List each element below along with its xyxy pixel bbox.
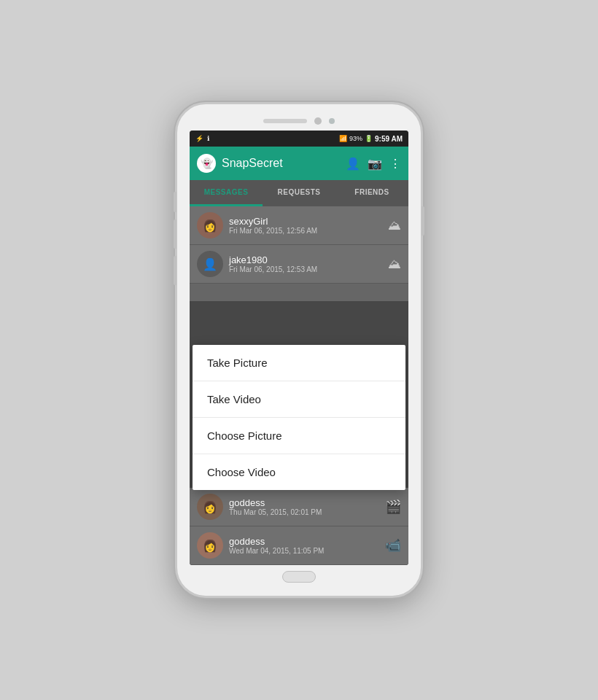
speaker: [263, 119, 307, 123]
battery-text: 93%: [349, 135, 362, 142]
avatar: 👩: [197, 494, 223, 520]
status-bar: ⚡ ℹ 📶 93% 🔋 9:59 AM: [190, 131, 408, 147]
usb-icon: ⚡: [195, 135, 203, 142]
status-left-icons: ⚡ ℹ: [195, 135, 209, 142]
video-icon: 🎬: [385, 499, 401, 515]
message-item-goddess2[interactable]: 👩 goddess Wed Mar 04, 2015, 11:05 PM 📹: [190, 526, 408, 565]
username: goddess: [229, 536, 379, 547]
media-icon: ⛰: [388, 257, 401, 272]
msg-date: Thu Mar 05, 2015, 02:01 PM: [229, 508, 379, 516]
phone-screen: ⚡ ℹ 📶 93% 🔋 9:59 AM 👻 SnapSecret 👤 📷 ⋮: [190, 131, 408, 565]
msg-info: goddess Wed Mar 04, 2015, 11:05 PM: [229, 536, 379, 555]
sensor: [329, 118, 335, 124]
phone-device: ⚡ ℹ 📶 93% 🔋 9:59 AM 👻 SnapSecret 👤 📷 ⋮: [175, 102, 423, 598]
tab-friends[interactable]: FRIENDS: [335, 180, 408, 206]
username: sexxyGirl: [229, 216, 382, 227]
home-button[interactable]: [282, 571, 316, 583]
avatar: 👩: [197, 212, 223, 238]
avatar: 👤: [197, 251, 223, 277]
app-logo: 👻: [197, 154, 216, 173]
message-item-jake[interactable]: 👤 jake1980 Fri Mar 06, 2015, 12:53 AM ⛰: [190, 245, 408, 284]
app-header: 👻 SnapSecret 👤 📷 ⋮: [190, 147, 408, 180]
dropdown-overlay: Take Picture Take Video Choose Picture C…: [190, 301, 408, 565]
choose-picture-option[interactable]: Choose Picture: [193, 418, 405, 454]
msg-date: Fri Mar 06, 2015, 12:53 AM: [229, 265, 382, 273]
clock: 9:59 AM: [375, 135, 403, 143]
ghost-icon: 👻: [201, 158, 213, 169]
volume-silent-button[interactable]: [174, 192, 176, 212]
msg-info: jake1980 Fri Mar 06, 2015, 12:53 AM: [229, 254, 382, 273]
message-item-sexxy[interactable]: 👩 sexxyGirl Fri Mar 06, 2015, 12:56 AM ⛰: [190, 206, 408, 245]
avatar: 👩: [197, 532, 223, 559]
msg-date: Fri Mar 06, 2015, 12:56 AM: [229, 227, 382, 235]
status-right-info: 📶 93% 🔋 9:59 AM: [339, 135, 403, 143]
video-camera-icon: 📹: [385, 537, 401, 553]
tabs-bar: MESSAGES REQUESTS FRIENDS: [190, 180, 408, 206]
take-picture-option[interactable]: Take Picture: [193, 345, 405, 381]
phone-top: [185, 117, 413, 125]
media-icon: ⛰: [388, 218, 401, 233]
msg-date: Wed Mar 04, 2015, 11:05 PM: [229, 547, 379, 555]
front-camera: [314, 117, 322, 125]
app-title: SnapSecret: [222, 157, 340, 170]
take-video-option[interactable]: Take Video: [193, 381, 405, 418]
phone-bottom: [282, 571, 316, 583]
tab-messages[interactable]: MESSAGES: [190, 180, 263, 206]
msg-info: goddess Thu Mar 05, 2015, 02:01 PM: [229, 497, 379, 516]
message-list: 👩 sexxyGirl Fri Mar 06, 2015, 12:56 AM ⛰…: [190, 206, 408, 565]
volume-up-button[interactable]: [174, 219, 176, 249]
battery-icon: 🔋: [365, 135, 373, 142]
camera-icon[interactable]: 📷: [368, 157, 382, 171]
message-item-goddess1[interactable]: 👩 goddess Thu Mar 05, 2015, 02:01 PM 🎬: [190, 488, 408, 526]
choose-video-option[interactable]: Choose Video: [193, 454, 405, 490]
info-icon: ℹ: [207, 135, 209, 142]
volume-down-button[interactable]: [174, 256, 176, 285]
wifi-icon: 📶: [339, 135, 347, 142]
more-options-icon[interactable]: ⋮: [389, 157, 401, 171]
msg-info: sexxyGirl Fri Mar 06, 2015, 12:56 AM: [229, 216, 382, 235]
username: jake1980: [229, 254, 382, 265]
context-menu: Take Picture Take Video Choose Picture C…: [193, 345, 405, 490]
username: goddess: [229, 497, 379, 508]
tab-requests[interactable]: REQUESTS: [263, 180, 335, 206]
header-actions: 👤 📷 ⋮: [346, 157, 401, 171]
power-button[interactable]: [422, 206, 424, 236]
add-friend-icon[interactable]: 👤: [346, 157, 360, 171]
